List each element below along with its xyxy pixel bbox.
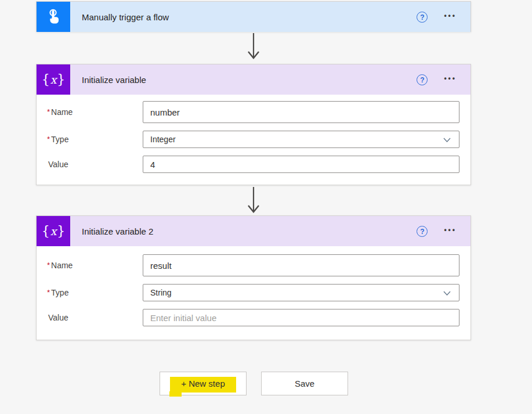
name-field-row: *Name (47, 254, 459, 276)
variable-type-dropdown[interactable]: String (143, 284, 459, 301)
flow-connector-arrow (246, 187, 261, 214)
required-asterisk: * (47, 288, 50, 297)
card-title: Initialize variable (82, 75, 146, 85)
card-manual-trigger-header[interactable]: Manually trigger a flow ? ••• (37, 2, 471, 32)
ellipsis-menu-icon[interactable]: ••• (444, 226, 457, 236)
ellipsis-menu-icon[interactable]: ••• (444, 12, 457, 22)
save-button[interactable]: Save (261, 372, 348, 395)
card-initialize-variable-header[interactable]: {x} Initialize variable ? ••• (37, 64, 471, 95)
yellow-highlight-annotation-tail (169, 391, 182, 397)
flow-connector-arrow (246, 33, 261, 60)
hand-tap-icon (37, 2, 70, 32)
card-body: *Name *Type Integer Value (37, 95, 471, 173)
type-field-row: *Type String (47, 284, 459, 301)
card-initialize-variable-2: {x} Initialize variable 2 ? ••• *Name *T… (36, 215, 471, 340)
variable-value-input[interactable] (143, 309, 459, 326)
type-field-row: *Type Integer (47, 131, 459, 148)
help-icon[interactable]: ? (417, 12, 428, 23)
value-field-row: Value (47, 156, 459, 173)
dropdown-selected-value: Integer (150, 135, 176, 144)
help-icon[interactable]: ? (417, 74, 428, 85)
name-field-label: *Name (47, 261, 143, 270)
dropdown-selected-value: String (150, 288, 172, 297)
required-asterisk: * (47, 107, 50, 116)
value-field-row: Value (47, 309, 459, 326)
flow-designer-canvas: Manually trigger a flow ? ••• {x} Initia… (0, 0, 532, 414)
variable-icon: {x} (37, 64, 70, 95)
help-icon[interactable]: ? (417, 226, 428, 237)
name-field-label: *Name (47, 107, 143, 117)
variable-name-input[interactable] (143, 254, 459, 276)
required-asterisk: * (47, 135, 50, 143)
value-field-label: Value (47, 160, 143, 169)
name-field-row: *Name (47, 101, 459, 123)
card-manual-trigger: Manually trigger a flow ? ••• (36, 1, 471, 32)
chevron-down-icon (443, 288, 451, 297)
type-field-label: *Type (47, 135, 143, 144)
card-title: Manually trigger a flow (82, 12, 169, 22)
variable-icon: {x} (37, 216, 70, 246)
variable-name-input[interactable] (143, 101, 459, 123)
ellipsis-menu-icon[interactable]: ••• (444, 74, 457, 85)
new-step-button[interactable]: + New step (160, 372, 247, 395)
required-asterisk: * (47, 261, 50, 269)
variable-type-dropdown[interactable]: Integer (143, 131, 459, 148)
card-initialize-variable: {x} Initialize variable ? ••• *Name *Typ… (36, 64, 471, 185)
variable-value-input[interactable] (143, 156, 459, 173)
card-title: Initialize variable 2 (82, 226, 153, 236)
card-initialize-variable-2-header[interactable]: {x} Initialize variable 2 ? ••• (37, 216, 471, 246)
value-field-label: Value (47, 313, 143, 322)
card-body: *Name *Type String Value (37, 246, 471, 326)
chevron-down-icon (443, 135, 451, 144)
type-field-label: *Type (47, 288, 143, 297)
